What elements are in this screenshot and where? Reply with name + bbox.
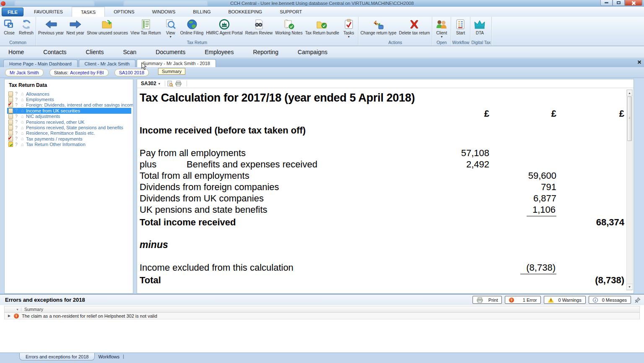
chevron-down-icon[interactable]: ▾ bbox=[158, 82, 160, 85]
online-filing-button[interactable]: Online Filing bbox=[179, 18, 205, 36]
question-icon: ? bbox=[14, 103, 18, 107]
ribbon-group-actions: Change return type Delete tax return Act… bbox=[358, 17, 433, 46]
expand-row-icon[interactable]: ▶ bbox=[5, 314, 14, 318]
menu-tasks[interactable]: TASKS bbox=[72, 7, 105, 17]
message-count-button[interactable]: i 0 Messages bbox=[589, 296, 631, 304]
ribbon-group-tax-return: Previous year Next year Show unused sour… bbox=[36, 17, 358, 46]
home-icon: ⌂ bbox=[20, 103, 25, 107]
next-year-button[interactable]: Next year bbox=[65, 18, 86, 36]
menu-bookkeeping[interactable]: BOOKKEEPING bbox=[219, 7, 271, 17]
close-button[interactable]: Close bbox=[1, 18, 18, 36]
refresh-button[interactable]: Refresh bbox=[18, 18, 35, 36]
previous-year-button[interactable]: Previous year bbox=[37, 18, 65, 36]
print-icon[interactable] bbox=[175, 81, 182, 86]
tax-calculation-view: SA302 ▾ Tax Calculation for 2017/18 (yea… bbox=[137, 79, 634, 294]
tab-errors-and-exceptions[interactable]: Errors and exceptions for 2018 bbox=[19, 353, 95, 360]
background-window-tab bbox=[124, 1, 208, 6]
doc-tab-client[interactable]: Client - Mr Jack Smith bbox=[79, 60, 136, 67]
tax-return-bundle-button[interactable]: Tax Return bundle bbox=[304, 18, 340, 36]
question-icon: ? bbox=[14, 131, 18, 136]
tax-return-tree: ?⌂ Allowances ?⌂ Employments ✔?⌂ Foreign… bbox=[7, 91, 133, 147]
tree-item[interactable]: ?⌂ Residence, Remittance Basis etc. bbox=[7, 131, 133, 136]
tree-item[interactable]: ?⌂ Employments bbox=[7, 97, 133, 102]
ribbon-group-label: Digital Tax bbox=[471, 40, 491, 46]
nav-campaigns[interactable]: Campaigns bbox=[291, 49, 334, 55]
tab-workflows[interactable]: Workflows bbox=[95, 353, 123, 360]
menu-options[interactable]: OPTIONS bbox=[105, 7, 143, 17]
tree-item[interactable]: ✔?⌂ Foreign: Dividends, interest and oth… bbox=[7, 102, 133, 108]
question-icon: ? bbox=[14, 108, 18, 113]
client-name-button[interactable]: Mr Jack Smith bbox=[5, 69, 44, 76]
hmrc-agent-portal-button[interactable]: HMRC Agent Portal bbox=[205, 18, 244, 36]
ribbon-group-open: Client ▾ Open bbox=[432, 17, 451, 46]
question-icon: ? bbox=[14, 125, 18, 130]
menu-favourites[interactable]: FAVOURITES bbox=[25, 7, 72, 17]
print-preview-icon[interactable] bbox=[167, 81, 173, 87]
view-tax-return-button[interactable]: View Tax Return bbox=[129, 18, 162, 36]
show-unused-sources-button[interactable]: Show unused sources bbox=[86, 18, 129, 36]
menu-billing[interactable]: BILLING bbox=[184, 7, 219, 17]
ribbon-group-label: Common bbox=[1, 40, 35, 46]
nav-reporting[interactable]: Reporting bbox=[246, 49, 285, 55]
errors-panel: Errors and exceptions for 2018 Print ! 1… bbox=[0, 294, 644, 353]
nav-documents[interactable]: Documents bbox=[149, 49, 192, 55]
status-badge[interactable]: Status:Accepted by FBI bbox=[49, 69, 109, 76]
client-button[interactable]: Client ▾ bbox=[433, 18, 450, 39]
scroll-down-icon[interactable]: ▼ bbox=[626, 284, 633, 290]
start-workflow-button[interactable]: Start bbox=[452, 18, 469, 36]
close-tab-icon bbox=[4, 18, 15, 31]
clients-people-icon bbox=[436, 18, 447, 31]
chevron-down-icon: ▾ bbox=[170, 35, 171, 38]
doc-tab-summary[interactable]: Summary - Mr Jack Smith - 2018 bbox=[137, 59, 216, 67]
tree-item[interactable]: ?⌂ NIC adjustments bbox=[7, 114, 133, 119]
ribbon-toolbar: Close Refresh Common Previous year bbox=[0, 17, 644, 46]
pin-icon[interactable] bbox=[635, 297, 641, 303]
column-header-summary[interactable]: Summary bbox=[21, 307, 43, 312]
delete-tax-return-button[interactable]: Delete tax return bbox=[397, 18, 431, 36]
vertical-scrollbar[interactable]: ▲ ▼ bbox=[626, 89, 633, 290]
ribbon-group-label: Actions bbox=[359, 40, 431, 46]
error-row[interactable]: ▶ ! The claim as a non-resident for reli… bbox=[5, 313, 639, 319]
return-review-button[interactable]: Return Review bbox=[244, 18, 274, 36]
error-icon: ! bbox=[509, 298, 514, 303]
tree-item[interactable]: ?⌂ Pensions received, other UK bbox=[7, 119, 133, 125]
minimize-button[interactable] bbox=[600, 0, 613, 6]
ribbon-group-digital-tax: DTA Digital Tax bbox=[470, 17, 492, 46]
nav-scan[interactable]: Scan bbox=[116, 49, 143, 55]
close-tab-icon[interactable] bbox=[637, 60, 642, 65]
working-notes-button[interactable]: Working Notes bbox=[274, 18, 304, 36]
warning-count-button[interactable]: 0 Warnings bbox=[544, 296, 585, 304]
maximize-button[interactable] bbox=[613, 0, 625, 6]
close-window-button[interactable] bbox=[625, 0, 642, 6]
form-selector[interactable]: SA302 bbox=[141, 81, 156, 86]
tree-item-selected[interactable]: ?⌂ Income from UK securities bbox=[7, 108, 131, 113]
change-return-type-button[interactable]: Change return type bbox=[359, 18, 398, 36]
error-count-button[interactable]: ! 1 Error bbox=[505, 296, 541, 304]
doc-tab-home-dashboard[interactable]: Home Page - Main Dashboard bbox=[3, 60, 78, 67]
filter-dropdown-icon[interactable]: ▾ bbox=[14, 308, 21, 311]
view-button[interactable]: View ▾ bbox=[162, 18, 179, 39]
chevron-down-icon: ▾ bbox=[348, 35, 350, 38]
crown-badge-icon bbox=[219, 18, 230, 31]
nav-home[interactable]: Home bbox=[2, 49, 31, 55]
menu-bar: FILE FAVOURITES TASKS OPTIONS WINDOWS BI… bbox=[0, 7, 644, 17]
nav-clients[interactable]: Clients bbox=[79, 49, 111, 55]
menu-file[interactable]: FILE bbox=[2, 8, 23, 16]
dta-button[interactable]: DTA bbox=[471, 18, 488, 36]
tree-item[interactable]: ✔?⌂ Tax payments / repayments bbox=[7, 136, 133, 141]
ribbon-group-label: Open bbox=[433, 40, 450, 46]
tree-item[interactable]: ?⌂ Allowances bbox=[7, 91, 133, 97]
scroll-up-icon[interactable]: ▲ bbox=[627, 90, 632, 96]
menu-windows[interactable]: WINDOWS bbox=[143, 7, 184, 17]
nav-employees[interactable]: Employees bbox=[198, 49, 240, 55]
folder-arrow-icon bbox=[101, 18, 113, 31]
tasks-button[interactable]: Tasks ▾ bbox=[340, 18, 357, 39]
print-errors-button[interactable]: Print bbox=[473, 296, 502, 304]
menu-support[interactable]: SUPPORT bbox=[271, 7, 311, 17]
nav-contacts[interactable]: Contacts bbox=[36, 49, 73, 55]
calc-row: Income excluded from this calculation (8… bbox=[140, 262, 624, 274]
tree-item[interactable]: ✔?⌂ Tax Return Other Information bbox=[7, 142, 133, 147]
scrollbar-thumb[interactable] bbox=[627, 97, 632, 141]
tree-item[interactable]: ?⌂ Pensions received, State pensions and… bbox=[7, 125, 133, 130]
question-icon: ? bbox=[14, 91, 18, 96]
